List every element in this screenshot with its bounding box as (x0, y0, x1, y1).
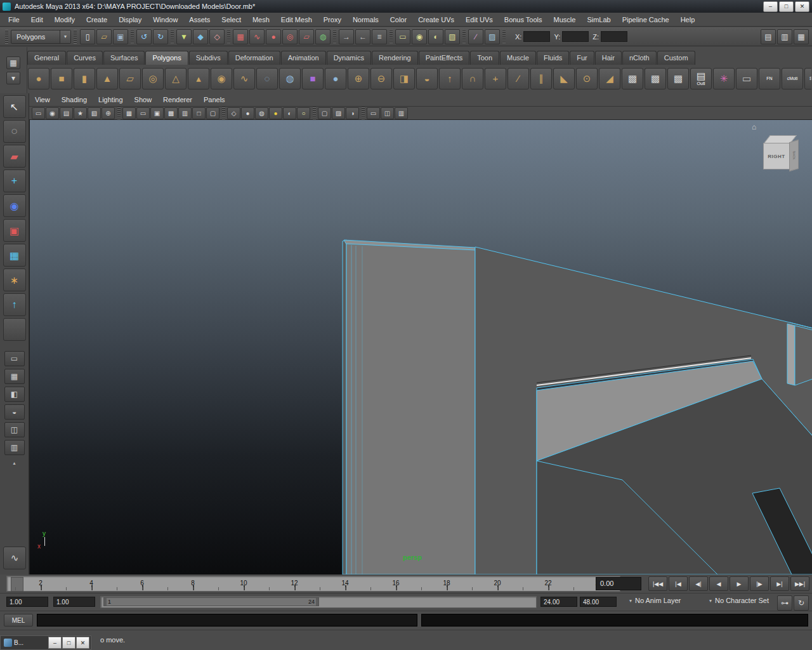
textured-icon[interactable]: ◍ (255, 107, 268, 119)
shelf-tab-hair[interactable]: Hair (595, 51, 622, 65)
shelf-poly-cube[interactable]: ■ (51, 68, 72, 90)
maximize-button[interactable]: □ (779, 1, 794, 12)
shelf-uv-checker-2[interactable]: ▩ (645, 68, 666, 90)
play-forwards-button[interactable]: ▶ (730, 576, 749, 591)
shelf-tab-rendering[interactable]: Rendering (372, 51, 418, 65)
lighting-all-icon[interactable]: ● (269, 107, 282, 119)
step-forward-frame-button[interactable]: ▶| (770, 576, 789, 591)
coord-y-input[interactable] (562, 31, 589, 42)
safe-action-icon[interactable]: □ (192, 107, 206, 119)
shelf-insert-edge-loop[interactable]: ∥ (530, 68, 552, 90)
shelf-tab-fur[interactable]: Fur (570, 51, 594, 65)
select-tool[interactable]: ↖ (3, 95, 26, 118)
pane-single-icon[interactable]: ▭ (367, 107, 380, 119)
menu-create[interactable]: Create (81, 13, 113, 27)
select-by-component-icon[interactable]: ◇ (209, 29, 225, 44)
range-slider-handle[interactable]: 1 24 (103, 597, 319, 606)
minimized-window-bar[interactable]: B... –□✕ (0, 635, 91, 650)
animation-preferences-button[interactable]: ↻ (794, 595, 809, 611)
soft-modification-tool[interactable]: ∗ (3, 269, 26, 291)
shelf-tab-painteffects[interactable]: PaintEffects (419, 51, 470, 65)
shelf-tab-surfaces[interactable]: Surfaces (103, 51, 145, 65)
menu-window[interactable]: Window (147, 13, 183, 27)
shelf-separate[interactable]: ⊖ (370, 68, 392, 90)
scale-tool[interactable]: ▣ (3, 219, 26, 242)
shelf-poly-prism[interactable]: △ (165, 68, 187, 90)
shelf-outliner[interactable]: ▤ Outl (690, 68, 712, 90)
rotate-tool[interactable]: ◉ (3, 194, 26, 217)
go-to-end-button[interactable]: ▶▶| (790, 576, 809, 591)
play-backwards-button[interactable]: ◀ (709, 576, 728, 591)
menu-muscle[interactable]: Muscle (548, 13, 582, 27)
attribute-editor-toggle[interactable]: ▤ (761, 29, 776, 44)
shelf-merge-vertices[interactable]: ⊙ (576, 68, 598, 90)
field-chart-icon[interactable]: ▥ (178, 107, 192, 119)
menu-create-uvs[interactable]: Create UVs (412, 13, 460, 27)
home-icon[interactable]: ⌂ (752, 123, 756, 131)
select-by-object-icon[interactable]: ◆ (193, 29, 208, 44)
shelf-poly-cone[interactable]: ▲ (96, 68, 118, 90)
make-live-icon[interactable]: ◍ (315, 29, 331, 44)
shelf-crease[interactable]: ◢ (599, 68, 620, 90)
anim-layer-dropdown[interactable]: ▾ No Anim Layer (629, 597, 681, 604)
exposure-icon[interactable]: ◑ (346, 107, 359, 119)
shelf-menu-icon[interactable]: ▦ (6, 56, 20, 69)
layout-single-pane[interactable]: ▭ (4, 351, 25, 366)
layout-two-pane-side[interactable]: ◧ (4, 387, 25, 402)
shelf-extrude[interactable]: ↑ (439, 68, 461, 90)
shelf-paint-effects-flower[interactable]: ✳ (713, 68, 735, 90)
isolate-select-icon[interactable]: ▢ (318, 107, 331, 119)
shelf-tab-custom[interactable]: Custom (657, 51, 695, 65)
pane-share-icon[interactable]: ▥ (395, 107, 408, 119)
time-slider[interactable]: 24681012141618202224 (6, 576, 620, 592)
animation-start-field[interactable] (6, 597, 48, 607)
shelf-tab-ncloth[interactable]: nCloth (622, 51, 657, 65)
undo-icon[interactable]: ↺ (136, 29, 152, 44)
menu-bonus-tools[interactable]: Bonus Tools (499, 13, 548, 27)
shelf-poly-pyramid[interactable]: ▴ (188, 68, 209, 90)
menu-file[interactable]: File (3, 13, 25, 27)
mini-restore-button[interactable]: □ (62, 637, 75, 649)
shelf-tab-animation[interactable]: Animation (281, 51, 326, 65)
auto-keyframe-toggle[interactable]: ⊶ (777, 595, 792, 611)
input-connections-icon[interactable]: → (339, 29, 354, 44)
perspective-viewport[interactable]: ⌂ RIGHT BACK y x persp (29, 120, 812, 574)
lighting-default-icon[interactable]: ◐ (283, 107, 296, 119)
lighting-none-icon[interactable]: ○ (297, 107, 310, 119)
command-line-input[interactable] (37, 614, 417, 627)
panel-menu-renderer[interactable]: Renderer (157, 93, 198, 107)
shelf-tab-curves[interactable]: Curves (67, 51, 103, 65)
lasso-tool[interactable]: ◌ (3, 120, 26, 143)
snap-to-projected-center-icon[interactable]: ◎ (282, 29, 298, 44)
panel-menu-show[interactable]: Show (129, 93, 158, 107)
shelf-camera[interactable]: ▭ (736, 68, 757, 90)
shelf-bevel[interactable]: ◣ (553, 68, 575, 90)
shelf-tab-dynamics[interactable]: Dynamics (327, 51, 371, 65)
menu-mesh[interactable]: Mesh (247, 13, 275, 27)
close-button[interactable]: ✕ (795, 1, 809, 12)
panel-menu-lighting[interactable]: Lighting (93, 93, 129, 107)
channel-box-toggle[interactable]: ▦ (794, 29, 809, 44)
shelf-smooth[interactable]: ● (325, 68, 346, 90)
shelf-uv-checker-1[interactable]: ▩ (622, 68, 643, 90)
shelf-poly-cylinder[interactable]: ▮ (74, 68, 95, 90)
status-line-grip[interactable] (5, 30, 8, 44)
shelf-bridge[interactable]: ∩ (462, 68, 483, 90)
shelf-tab-deformation[interactable]: Deformation (228, 51, 280, 65)
menu-color[interactable]: Color (384, 13, 412, 27)
grid-icon[interactable]: ▦ (122, 107, 136, 119)
step-forward-key-button[interactable]: |▶ (750, 576, 769, 591)
mini-close-button[interactable]: ✕ (76, 637, 89, 649)
step-back-key-button[interactable]: ◀| (689, 576, 708, 591)
select-by-hierarchy-icon[interactable]: ▼ (176, 29, 192, 44)
view-cube-front-face[interactable]: RIGHT (763, 143, 790, 169)
coord-x-input[interactable] (523, 31, 550, 42)
redo-icon[interactable]: ↻ (153, 29, 168, 44)
menu-proxy[interactable]: Proxy (318, 13, 347, 27)
show-manipulator-tool[interactable]: ↑ (3, 293, 26, 316)
coord-z-input[interactable] (601, 31, 627, 42)
shelf-tab-general[interactable]: General (27, 51, 66, 65)
2d-pan-zoom-icon[interactable]: ⊕ (102, 107, 115, 119)
shelf-tab-fluids[interactable]: Fluids (537, 51, 569, 65)
open-scene-icon[interactable]: ▱ (96, 29, 112, 44)
